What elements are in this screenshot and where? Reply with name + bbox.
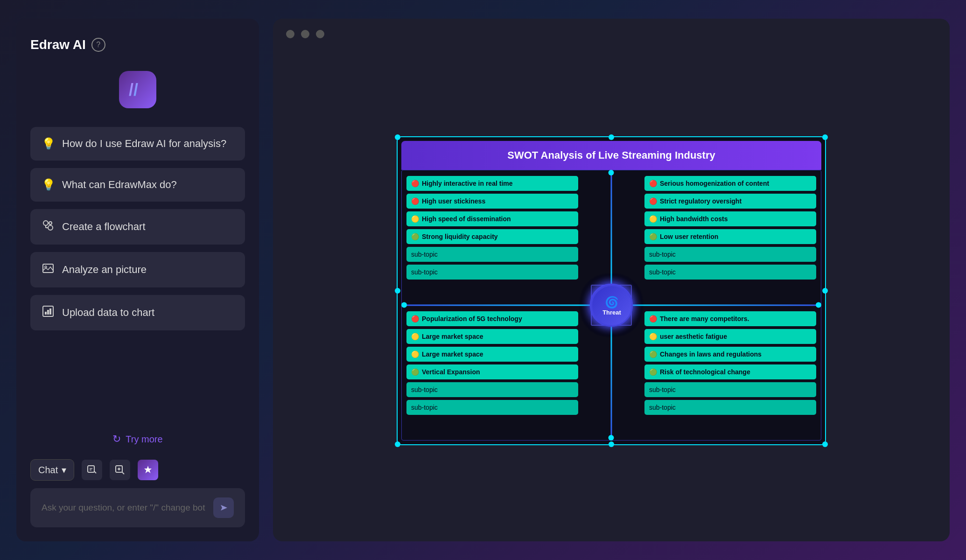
lightbulb-icon: 💡 (42, 137, 55, 150)
weakness-text-6: sub-topic (649, 268, 676, 276)
threat-topic-1: 🔴 There are many competitors. (644, 311, 816, 326)
opportunity-icon-4: 🟢 (411, 368, 419, 376)
menu-item-analysis-label: How do I use Edraw AI for analysis? (62, 138, 226, 150)
quadrant-opportunity: 🔴 Popularization of 5G technology 🟡 Larg… (401, 305, 611, 441)
weakness-icon-2: 🔴 (649, 197, 657, 205)
strength-text-1: Highly interactive in real time (422, 180, 513, 187)
h-divider-dot-l (401, 302, 407, 308)
threat-icon-1: 🔴 (649, 315, 657, 322)
h-divider-dot-r (816, 302, 821, 308)
threat-text-3: Changes in laws and regulations (660, 350, 762, 358)
weakness-topic-3: 🟡 High bandwidth costs (644, 211, 816, 226)
help-icon[interactable]: ? (91, 38, 105, 52)
lightbulb-icon-2: 💡 (42, 178, 55, 191)
send-button[interactable] (213, 497, 234, 518)
swot-grid-wrapper: S W O T (401, 170, 821, 441)
quadrant-threat: 🔴 There are many competitors. 🟡 user aes… (611, 305, 821, 441)
corner-dot-tm (609, 134, 614, 140)
opportunity-text-5: sub-topic (411, 386, 438, 393)
opportunity-topic-4: 🟢 Vertical Expansion (406, 364, 578, 379)
window-controls (273, 19, 950, 49)
try-more-button[interactable]: ↻ Try more (30, 424, 245, 455)
strength-topics: 🔴 Highly interactive in real time 🔴 High… (406, 176, 578, 280)
weakness-text-3: High bandwidth costs (660, 215, 728, 223)
weakness-topic-6: sub-topic (644, 265, 816, 280)
strength-icon-3: 🟡 (411, 215, 419, 223)
edit-icon (87, 465, 97, 475)
app-logo: // (119, 71, 156, 108)
flowchart-icon (42, 219, 55, 234)
menu-item-analyze-picture-label: Analyze an picture (62, 264, 147, 276)
weakness-topic-1: 🔴 Serious homogenization of content (644, 176, 816, 191)
threat-circle-label: Threat (602, 309, 621, 316)
corner-dot-bm (609, 441, 614, 447)
strength-topic-2: 🔴 High user stickiness (406, 194, 578, 209)
threat-text-6: sub-topic (649, 404, 676, 411)
menu-item-edrawmax-label: What can EdrawMax do? (62, 179, 177, 191)
menu-item-analysis[interactable]: 💡 How do I use Edraw AI for analysis? (30, 127, 245, 161)
opportunity-text-3: Large market space (422, 350, 483, 358)
strength-text-3: High speed of dissemination (422, 215, 511, 223)
weakness-topic-4: 🟢 Low user retention (644, 229, 816, 244)
bottom-toolbar: Chat ▾ (30, 459, 245, 481)
try-more-label: Try more (126, 434, 162, 445)
opportunity-text-1: Popularization of 5G technology (422, 315, 522, 322)
opportunity-topic-1: 🔴 Popularization of 5G technology (406, 311, 578, 326)
corner-dot-br (822, 441, 828, 447)
opportunity-text-4: Vertical Expansion (422, 368, 480, 376)
quadrant-strength: 🔴 Highly interactive in real time 🔴 High… (401, 170, 611, 305)
strength-text-6: sub-topic (411, 268, 438, 276)
strength-topic-4: 🟢 Strong liquidity capacity (406, 229, 578, 244)
menu-item-upload-chart-label: Upload data to chart (62, 307, 154, 319)
weakness-text-4: Low user retention (660, 233, 718, 240)
threat-text-1: There are many competitors. (660, 315, 749, 322)
menu-item-flowchart[interactable]: Create a flowchart (30, 209, 245, 245)
diagram-area: SWOT Analysis of Live Streaming Industry (273, 49, 950, 541)
strength-text-5: sub-topic (411, 251, 438, 258)
swot-frame: SWOT Analysis of Live Streaming Industry (397, 136, 826, 445)
strength-topic-5: sub-topic (406, 247, 578, 262)
panel-header: Edraw AI ? (30, 37, 245, 52)
menu-item-analyze-picture[interactable]: Analyze an picture (30, 252, 245, 287)
threat-icon-2: 🟡 (649, 333, 657, 340)
logo-symbol: // (126, 78, 149, 101)
menu-items: 💡 How do I use Edraw AI for analysis? 💡 … (30, 127, 245, 424)
chat-mode-select[interactable]: Chat ▾ (30, 459, 74, 481)
menu-item-upload-chart[interactable]: Upload data to chart (30, 295, 245, 330)
opportunity-text-2: Large market space (422, 333, 483, 340)
svg-rect-11 (49, 308, 51, 315)
chevron-down-icon: ▾ (62, 464, 66, 476)
ai-action-button[interactable] (138, 460, 158, 480)
threat-circle-icon: 🌀 (605, 296, 619, 309)
svg-point-2 (48, 225, 53, 230)
menu-item-edrawmax[interactable]: 💡 What can EdrawMax do? (30, 168, 245, 202)
v-divider-dot-b (609, 435, 614, 441)
svg-rect-12 (88, 466, 94, 472)
svg-text://: // (129, 80, 138, 99)
send-icon (219, 503, 228, 512)
threat-icon-3: 🟢 (649, 350, 657, 358)
add-icon-button[interactable] (110, 460, 130, 480)
opportunity-topic-2: 🟡 Large market space (406, 329, 578, 344)
weakness-text-5: sub-topic (649, 251, 676, 258)
chat-input-area[interactable]: Ask your question, or enter "/" change b… (30, 488, 245, 527)
strength-icon-4: 🟢 (411, 233, 419, 240)
svg-rect-9 (45, 312, 47, 315)
opportunity-topic-5: sub-topic (406, 382, 578, 397)
threat-text-5: sub-topic (649, 386, 676, 393)
weakness-text-1: Serious homogenization of content (660, 180, 769, 187)
strength-icon-2: 🔴 (411, 197, 419, 205)
weakness-topic-2: 🔴 Strict regulatory oversight (644, 194, 816, 209)
edit-icon-button[interactable] (82, 460, 102, 480)
picture-icon (42, 262, 55, 277)
threat-topic-2: 🟡 user aesthetic fatigue (644, 329, 816, 344)
threat-topics: 🔴 There are many competitors. 🟡 user aes… (644, 311, 816, 415)
corner-dot-mr (822, 288, 828, 294)
threat-text-4: Risk of technological change (660, 368, 750, 376)
quadrant-weakness: 🔴 Serious homogenization of content 🔴 St… (611, 170, 821, 305)
strength-text-2: High user stickiness (422, 197, 485, 205)
threat-topic-5: sub-topic (644, 382, 816, 397)
strength-topic-1: 🔴 Highly interactive in real time (406, 176, 578, 191)
opportunity-text-6: sub-topic (411, 404, 438, 411)
left-panel: Edraw AI ? // 💡 (16, 19, 259, 541)
